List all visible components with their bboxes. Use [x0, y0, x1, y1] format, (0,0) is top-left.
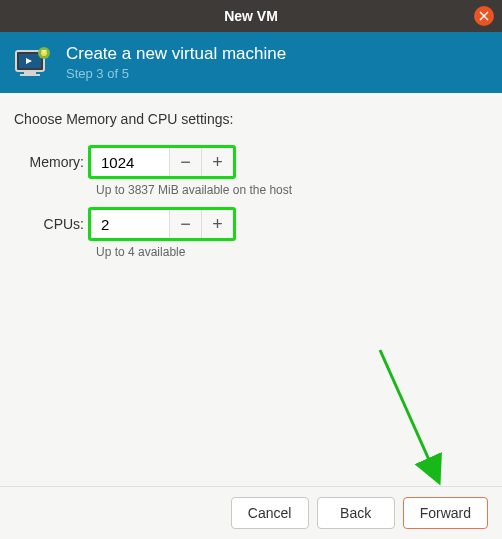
cpus-label: CPUs: [14, 216, 88, 232]
memory-hint: Up to 3837 MiB available on the host [96, 183, 488, 197]
back-button[interactable]: Back [317, 497, 395, 529]
cpus-stepper: − + [88, 207, 236, 241]
close-button[interactable] [474, 6, 494, 26]
memory-decrement-button[interactable]: − [169, 148, 201, 176]
memory-increment-button[interactable]: + [201, 148, 233, 176]
cpus-hint: Up to 4 available [96, 245, 488, 259]
settings-prompt: Choose Memory and CPU settings: [14, 111, 488, 127]
forward-button[interactable]: Forward [403, 497, 488, 529]
memory-input[interactable] [91, 148, 169, 176]
cancel-button[interactable]: Cancel [231, 497, 309, 529]
cpus-decrement-button[interactable]: − [169, 210, 201, 238]
cpus-increment-button[interactable]: + [201, 210, 233, 238]
memory-label: Memory: [14, 154, 88, 170]
window-title: New VM [224, 8, 278, 24]
wizard-header: Create a new virtual machine Step 3 of 5 [0, 32, 502, 93]
close-icon [479, 11, 489, 21]
wizard-title: Create a new virtual machine [66, 44, 286, 64]
titlebar: New VM [0, 0, 502, 32]
cpus-row: CPUs: − + [14, 207, 488, 241]
svg-rect-5 [24, 71, 36, 74]
vm-icon [14, 47, 54, 79]
wizard-step: Step 3 of 5 [66, 66, 286, 81]
svg-rect-6 [20, 74, 40, 76]
cpus-input[interactable] [91, 210, 169, 238]
footer: Cancel Back Forward [0, 486, 502, 539]
content-area: Choose Memory and CPU settings: Memory: … [0, 93, 502, 486]
memory-stepper: − + [88, 145, 236, 179]
memory-row: Memory: − + [14, 145, 488, 179]
